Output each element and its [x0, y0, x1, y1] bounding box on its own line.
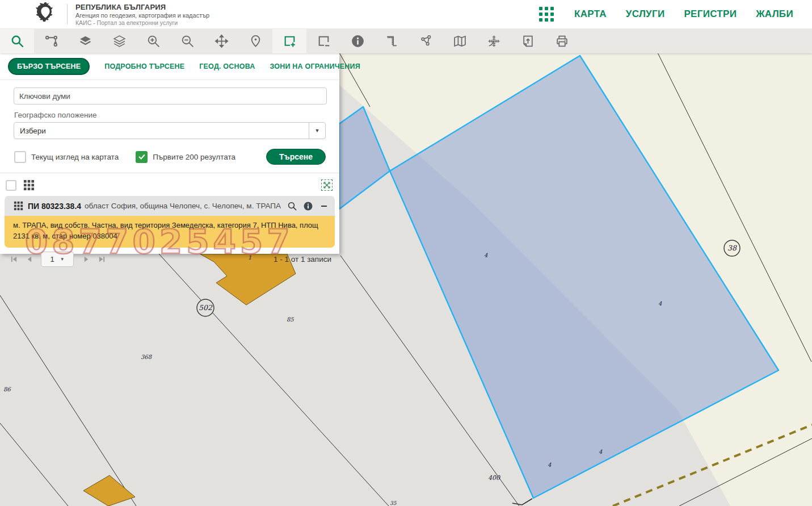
rect-plus-icon: [283, 34, 297, 48]
next-page-icon[interactable]: [83, 256, 90, 263]
measure-area-tool-button[interactable]: [409, 29, 443, 53]
zoom-out-icon: [180, 34, 195, 48]
nodes-icon: [44, 34, 58, 48]
zoom-in-icon: [146, 34, 161, 48]
zoom-to-result-icon[interactable]: [287, 200, 297, 211]
ruler-icon: [385, 34, 399, 48]
polygon-icon: [419, 34, 433, 48]
map-icon: [453, 34, 467, 48]
tab-2[interactable]: ГЕОД. ОСНОВА: [199, 62, 255, 70]
app-header: РЕПУБЛИКА БЪЛГАРИЯ Агенция по геодезия, …: [0, 0, 812, 29]
result-info-icon[interactable]: [302, 200, 313, 211]
export-tool-button[interactable]: [511, 29, 545, 53]
first-200-results-label: Първите 200 резултата: [153, 153, 235, 161]
pagination-row: 1 ▼ 1 - 1 от 1 записи: [10, 252, 331, 267]
select-all-results-checkbox[interactable]: [6, 180, 16, 191]
main-nav: КАРТАУСЛУГИРЕГИСТРИЖАЛБИСПРАВКИ: [574, 9, 812, 20]
republic-title: РЕПУБЛИКА БЪЛГАРИЯ: [75, 3, 209, 11]
zoom-out-tool-button[interactable]: [170, 29, 204, 53]
portal-subtitle: КАИС - Портал за електронни услуги: [75, 19, 209, 26]
svg-text:38: 38: [727, 244, 737, 252]
pan-tool-button[interactable]: [204, 29, 238, 53]
map-label-4-5: 4: [658, 300, 662, 307]
page-select-value: 1: [50, 255, 54, 264]
keyword-input[interactable]: [14, 87, 327, 104]
prev-page-icon[interactable]: [26, 256, 33, 263]
svg-text:502: 502: [199, 303, 213, 312]
result-card: ПИ 80323.38.4 област София, община Челоп…: [5, 196, 335, 248]
location-pin-tool-button[interactable]: [238, 29, 272, 53]
layers-tool-button[interactable]: [68, 29, 102, 53]
agency-logo[interactable]: РЕПУБЛИКА БЪЛГАРИЯ Агенция по геодезия, …: [33, 1, 209, 28]
search-button[interactable]: Търсене: [266, 149, 326, 165]
parcel-location: област София, община Челопеч, с. Челопеч…: [85, 202, 281, 210]
nav-item-3[interactable]: ЖАЛБИ: [756, 9, 793, 20]
search-icon: [10, 34, 24, 48]
panel-divider: [0, 173, 339, 173]
check-icon: [138, 153, 145, 160]
chevron-down-icon[interactable]: ▼: [309, 123, 325, 139]
map-label-4-7: 4: [548, 462, 552, 468]
identify-tool-button[interactable]: [340, 29, 375, 53]
map-label-85-1: 85: [287, 316, 294, 323]
coordinates-tool-button[interactable]: [477, 29, 511, 53]
geo-position-label: Географско положение: [14, 111, 339, 119]
info-icon: [351, 34, 365, 48]
pagination-summary: 1 - 1 от 1 записи: [274, 255, 331, 264]
nav-item-1[interactable]: УСЛУГИ: [626, 9, 665, 20]
layers-filled-icon: [78, 34, 92, 48]
add-selection-rect-tool-button[interactable]: [272, 29, 306, 53]
nav-item-2[interactable]: РЕГИСТРИ: [684, 9, 737, 20]
current-map-view-label: Текущ изглед на картата: [31, 153, 119, 161]
current-map-view-checkbox[interactable]: [14, 151, 26, 163]
agency-subtitle: Агенция по геодезия, картография и кадас…: [75, 12, 209, 19]
first-200-results-checkbox[interactable]: [136, 151, 148, 163]
map-label-4-6: 4: [599, 449, 603, 455]
rect-minus-icon: [317, 34, 331, 48]
coat-of-arms-lion-icon: [33, 1, 58, 28]
expand-results-icon[interactable]: [321, 179, 333, 191]
parcel-number-circle-502: 502: [197, 299, 214, 316]
pan-icon: [214, 34, 229, 48]
overview-map-tool-button[interactable]: [443, 29, 477, 53]
page-select[interactable]: 1 ▼: [41, 252, 74, 267]
zoom-in-tool-button[interactable]: [136, 29, 170, 53]
tab-1[interactable]: ПОДРОБНО ТЪРСЕНЕ: [104, 62, 184, 70]
last-page-icon[interactable]: [98, 256, 106, 263]
map-label-400-8: 400: [488, 474, 500, 482]
parcel-id: ПИ 80323.38.4: [28, 202, 81, 211]
select-by-route-tool-button[interactable]: [34, 29, 68, 53]
parcel-details: м. ТРАПА, вид собств. Частна, вид терито…: [5, 216, 335, 248]
layers-outline-icon: [112, 34, 127, 48]
collapse-result-icon[interactable]: [318, 200, 329, 211]
search-panel: БЪРЗО ТЪРСЕНЕПОДРОБНО ТЪРСЕНЕГЕОД. ОСНОВ…: [0, 53, 339, 254]
search-tabs: БЪРЗО ТЪРСЕНЕПОДРОБНО ТЪРСЕНЕГЕОД. ОСНОВ…: [0, 53, 339, 80]
tab-0[interactable]: БЪРЗО ТЪРСЕНЕ: [8, 58, 90, 75]
map-label-35-9: 35: [390, 500, 397, 506]
kais-cadastre-app: { "header": { "republic": "РЕПУБЛИКА БЪЛ…: [0, 0, 812, 506]
logo-divider: [67, 4, 68, 24]
axes-icon: [487, 34, 501, 48]
search-tool-button[interactable]: [0, 29, 34, 53]
page-select-caret-icon: ▼: [60, 257, 65, 262]
first-page-icon[interactable]: [10, 256, 18, 263]
apps-grid-icon[interactable]: [539, 7, 554, 22]
parcel-number-circle-38: 38: [724, 240, 740, 256]
geo-position-select[interactable]: Избери ▼: [14, 122, 326, 139]
map-label-368-2: 368: [141, 354, 153, 360]
remove-selection-rect-tool-button[interactable]: [306, 29, 340, 53]
map-label-86-3: 86: [3, 386, 11, 392]
print-tool-button[interactable]: [545, 29, 579, 53]
pin-icon: [249, 34, 263, 48]
print-icon: [555, 34, 569, 48]
geo-select-value: Избери: [14, 127, 309, 135]
measure-distance-tool-button[interactable]: [375, 29, 409, 53]
result-header-row[interactable]: ПИ 80323.38.4 област София, община Челоп…: [5, 196, 335, 216]
map-label-4-4: 4: [484, 252, 488, 258]
tab-3[interactable]: ЗОНИ НА ОГРАНИЧЕНИЯ: [270, 62, 360, 70]
export-icon: [521, 34, 535, 48]
layer-stack-tool-button[interactable]: [102, 29, 136, 53]
map-toolbar: [0, 28, 812, 53]
grid-results-icon[interactable]: [23, 179, 35, 191]
nav-item-0[interactable]: КАРТА: [574, 9, 607, 20]
